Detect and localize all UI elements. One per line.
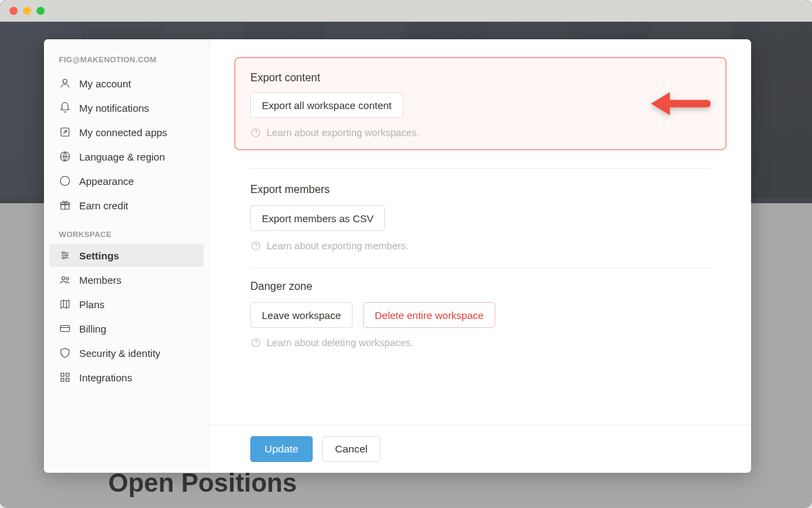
export-members-csv-button[interactable]: Export members as CSV	[250, 205, 385, 231]
sidebar-item-label: Members	[79, 274, 122, 286]
svg-rect-15	[66, 379, 70, 382]
sidebar-item-language-region[interactable]: Language & region	[49, 145, 204, 168]
export-content-section: Export content Export all workspace cont…	[250, 57, 710, 169]
external-link-icon	[59, 126, 71, 138]
sidebar-item-label: Settings	[79, 250, 119, 261]
sidebar-item-earn-credit[interactable]: Earn credit	[49, 194, 204, 217]
hint-text: Learn about exporting workspaces.	[267, 127, 420, 138]
section-title-danger-zone: Danger zone	[250, 280, 710, 293]
svg-marker-20	[651, 92, 670, 115]
delete-workspace-button[interactable]: Delete entire workspace	[363, 302, 495, 328]
maximize-window-button[interactable]	[37, 7, 45, 15]
settings-modal: FIG@MAKENOTION.COM My account My notific…	[44, 39, 751, 473]
svg-point-9	[62, 277, 66, 280]
cancel-button[interactable]: Cancel	[322, 436, 380, 462]
export-members-hint[interactable]: Learn about exporting members.	[250, 240, 710, 251]
svg-point-8	[62, 257, 64, 259]
svg-point-10	[66, 278, 69, 280]
sidebar-item-label: My connected apps	[79, 127, 167, 138]
export-content-hint[interactable]: Learn about exporting workspaces.	[250, 127, 710, 138]
svg-rect-11	[60, 326, 70, 332]
sidebar-item-label: Plans	[79, 299, 105, 310]
settings-footer: Update Cancel	[210, 425, 751, 473]
sidebar-item-appearance[interactable]: Appearance	[49, 169, 204, 192]
sidebar-item-my-notifications[interactable]: My notifications	[49, 96, 204, 119]
people-icon	[59, 274, 71, 286]
svg-point-6	[62, 252, 64, 254]
sidebar-account-header: FIG@MAKENOTION.COM	[49, 51, 204, 70]
sidebar-item-label: My account	[79, 78, 131, 89]
sidebar-item-label: Appearance	[79, 175, 134, 187]
danger-zone-hint[interactable]: Learn about deleting workspaces.	[250, 337, 710, 348]
section-title-export-members: Export members	[250, 184, 710, 196]
sidebar-item-connected-apps[interactable]: My connected apps	[49, 121, 204, 144]
moon-icon	[59, 175, 71, 187]
sidebar-item-label: Language & region	[79, 151, 165, 163]
export-members-section: Export members Export members as CSV Lea…	[250, 171, 710, 268]
help-circle-icon	[250, 337, 261, 348]
settings-sidebar: FIG@MAKENOTION.COM My account My notific…	[44, 39, 210, 473]
arrow-annotation-icon	[650, 87, 710, 121]
svg-rect-13	[66, 373, 70, 377]
sliders-icon	[59, 249, 71, 261]
person-avatar-icon	[59, 77, 71, 89]
sidebar-item-billing[interactable]: Billing	[49, 317, 204, 340]
svg-rect-14	[61, 379, 64, 382]
help-circle-icon	[250, 240, 261, 251]
section-title-export-content: Export content	[250, 72, 710, 84]
svg-point-3	[60, 176, 70, 186]
sidebar-item-label: Security & identity	[79, 347, 160, 359]
gift-icon	[59, 199, 71, 211]
update-button[interactable]: Update	[250, 436, 313, 462]
sidebar-item-label: Billing	[79, 323, 106, 335]
globe-icon	[59, 150, 71, 163]
sidebar-item-security-identity[interactable]: Security & identity	[49, 341, 204, 364]
sidebar-item-integrations[interactable]: Integrations	[49, 366, 204, 389]
close-window-button[interactable]	[9, 7, 18, 15]
danger-zone-section: Danger zone Leave workspace Delete entir…	[250, 268, 710, 364]
svg-point-7	[66, 255, 68, 257]
sidebar-item-label: My notifications	[79, 102, 149, 114]
bell-icon	[59, 102, 71, 114]
sidebar-item-settings[interactable]: Settings	[49, 244, 204, 267]
grid-icon	[59, 371, 71, 383]
credit-card-icon	[59, 322, 71, 335]
export-all-workspace-content-button[interactable]: Export all workspace content	[250, 92, 403, 118]
leave-workspace-button[interactable]: Leave workspace	[250, 302, 353, 328]
shield-icon	[59, 347, 71, 359]
hint-text: Learn about deleting workspaces.	[267, 337, 413, 348]
sidebar-item-members[interactable]: Members	[49, 268, 204, 291]
svg-point-0	[63, 79, 67, 83]
sidebar-item-label: Earn credit	[79, 200, 129, 211]
sidebar-item-plans[interactable]: Plans	[49, 293, 204, 316]
map-icon	[59, 298, 71, 310]
sidebar-item-my-account[interactable]: My account	[49, 72, 204, 95]
help-circle-icon	[250, 127, 261, 138]
minimize-window-button[interactable]	[23, 7, 31, 15]
sidebar-item-label: Integrations	[79, 372, 132, 383]
hint-text: Learn about exporting members.	[267, 240, 409, 251]
settings-content: Export content Export all workspace cont…	[210, 39, 751, 473]
app-window: Open Positions FIG@MAKENOTION.COM My acc…	[0, 0, 812, 508]
sidebar-workspace-header: WORKSPACE	[49, 218, 204, 242]
window-titlebar	[0, 0, 812, 22]
svg-rect-12	[61, 373, 64, 377]
